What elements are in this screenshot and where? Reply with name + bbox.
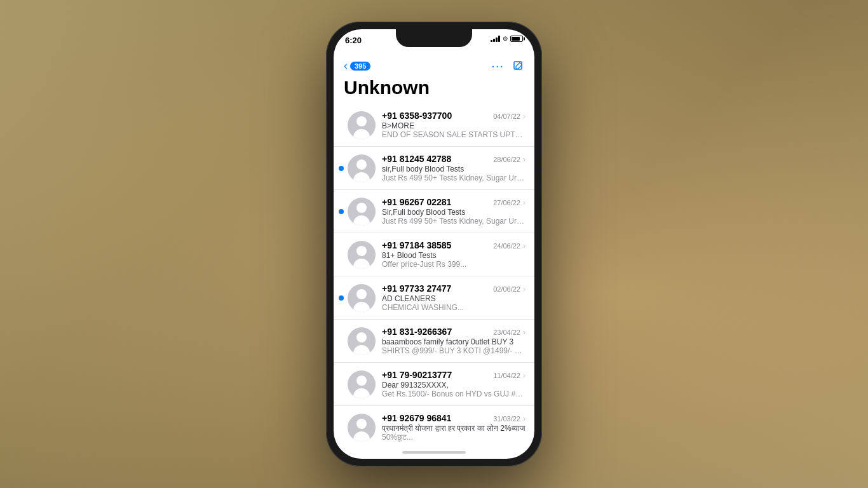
message-content: +91 97733 2747702/06/22›AD CLEANERSCHEMI…	[382, 283, 526, 312]
message-sender: +91 79-90213777	[382, 370, 489, 380]
message-item[interactable]: +91 6358-93770004/07/22›B>MOREEND OF SEA…	[334, 104, 534, 147]
message-sender: +91 92679 96841	[382, 413, 489, 423]
chevron-right-icon: ›	[523, 285, 526, 294]
avatar	[348, 154, 376, 182]
wifi-icon: ⊜	[503, 36, 508, 42]
home-indicator	[334, 446, 534, 459]
avatar	[348, 327, 376, 355]
phone-notch	[396, 29, 472, 47]
message-item[interactable]: +91 97733 2747702/06/22›AD CLEANERSCHEMI…	[334, 276, 534, 320]
avatar	[348, 111, 376, 139]
avatar	[348, 414, 376, 442]
page-title: Unknown	[334, 77, 534, 104]
messages-list[interactable]: +91 6358-93770004/07/22›B>MOREEND OF SEA…	[334, 104, 534, 446]
message-preview-line1: Dear 991325XXXX,	[382, 381, 526, 390]
message-date: 31/03/22	[493, 415, 520, 423]
chevron-right-icon: ›	[523, 155, 526, 164]
avatar	[348, 198, 376, 226]
chevron-right-icon: ›	[523, 414, 526, 423]
message-date: 24/06/22	[493, 242, 520, 250]
svg-rect-0	[514, 62, 522, 69]
message-top-row: +91 81245 4278828/06/22›	[382, 154, 526, 164]
message-date: 11/04/22	[493, 372, 520, 379]
message-content: +91 92679 9684131/03/22›प्रधानमंत्री योज…	[382, 413, 526, 442]
chevron-right-icon: ›	[523, 241, 526, 250]
message-top-row: +91 92679 9684131/03/22›	[382, 413, 526, 423]
message-date: 04/07/22	[493, 112, 520, 120]
message-preview-line2: Offer price-Just Rs 399...	[382, 260, 526, 269]
back-button[interactable]: ‹ 395	[344, 59, 370, 72]
message-preview-line2: Get Rs.1500/- Bonus on HYD vs GUJ #T20..…	[382, 390, 526, 398]
message-preview-line2: END OF SEASON SALE STARTS UPTO...	[382, 130, 526, 139]
message-top-row: +91 831-926636723/04/22›	[382, 327, 526, 337]
message-content: +91 81245 4278828/06/22›sir,Full body Bl…	[382, 154, 526, 182]
message-preview-line2: Just Rs 499 50+ Tests Kidney, Sugar Urin…	[382, 217, 526, 226]
message-sender: +91 96267 02281	[382, 197, 489, 207]
message-preview-line1: AD CLEANERS	[382, 294, 526, 303]
message-preview-line2: SHIRTS @999/- BUY 3 KOTI @1499/- BUY...	[382, 346, 526, 355]
message-top-row: +91 6358-93770004/07/22›	[382, 111, 526, 121]
message-date: 28/06/22	[493, 156, 520, 163]
message-sender: +91 97733 27477	[382, 283, 489, 294]
unread-dot	[339, 166, 344, 171]
message-sender: +91 831-9266367	[382, 327, 489, 337]
message-content: +91 6358-93770004/07/22›B>MOREEND OF SEA…	[382, 111, 526, 139]
message-content: +91 97184 3858524/06/22›81+ Blood TestsO…	[382, 240, 526, 269]
message-content: +91 831-926636723/04/22›baaamboos family…	[382, 327, 526, 355]
message-item[interactable]: +91 81245 4278828/06/22›sir,Full body Bl…	[334, 147, 534, 190]
unread-dot	[339, 295, 344, 301]
message-top-row: +91 79-9021377711/04/22›	[382, 370, 526, 380]
message-preview-line1: 81+ Blood Tests	[382, 251, 526, 260]
phone-screen: 6:20 ⊜ ‹ 395 ···	[334, 29, 534, 459]
message-preview-line2: CHEMICAI WASHING...	[382, 303, 526, 312]
message-item[interactable]: +91 831-926636723/04/22›baaamboos family…	[334, 320, 534, 363]
status-time: 6:20	[345, 36, 362, 45]
avatar	[348, 241, 376, 269]
message-sender: +91 97184 38585	[382, 240, 489, 250]
message-content: +91 79-9021377711/04/22›Dear 991325XXXX,…	[382, 370, 526, 398]
message-item[interactable]: +91 79-9021377711/04/22›Dear 991325XXXX,…	[334, 363, 534, 406]
message-preview-line1: Sir,Full body Blood Tests	[382, 208, 526, 217]
message-content: +91 96267 0228127/06/22›Sir,Full body Bl…	[382, 197, 526, 226]
more-button[interactable]: ···	[491, 58, 504, 73]
message-date: 02/06/22	[493, 285, 520, 293]
unread-dot	[339, 209, 344, 214]
chevron-right-icon: ›	[523, 198, 526, 207]
message-top-row: +91 97733 2747702/06/22›	[382, 283, 526, 294]
signal-icon	[491, 36, 500, 42]
message-preview-line2: 50%छूट...	[382, 433, 526, 442]
back-badge: 395	[350, 62, 370, 71]
avatar	[348, 284, 376, 312]
message-item[interactable]: +91 92679 9684131/03/22›प्रधानमंत्री योज…	[334, 406, 534, 446]
battery-icon	[510, 36, 523, 42]
message-sender: +91 81245 42788	[382, 154, 489, 164]
chevron-right-icon: ›	[523, 112, 526, 121]
compose-button[interactable]	[513, 60, 524, 72]
nav-bar: ‹ 395 ···	[334, 57, 534, 77]
message-preview-line1: प्रधानमंत्री योजना द्वारा हर प्रकार का ल…	[382, 424, 526, 433]
message-preview-line1: B>MORE	[382, 121, 526, 130]
avatar	[348, 370, 376, 398]
status-icons: ⊜	[491, 36, 523, 42]
message-preview-line2: Just Rs 499 50+ Tests Kidney, Sugar Urin…	[382, 173, 526, 182]
message-sender: +91 6358-937700	[382, 111, 489, 121]
message-date: 27/06/22	[493, 199, 520, 207]
message-preview-line1: baaamboos family factory 0utlet BUY 3	[382, 337, 526, 346]
message-preview-line1: sir,Full body Blood Tests	[382, 165, 526, 173]
message-item[interactable]: +91 96267 0228127/06/22›Sir,Full body Bl…	[334, 190, 534, 233]
compose-icon	[513, 60, 524, 72]
message-item[interactable]: +91 97184 3858524/06/22›81+ Blood TestsO…	[334, 233, 534, 276]
chevron-right-icon: ›	[523, 328, 526, 337]
message-top-row: +91 96267 0228127/06/22›	[382, 197, 526, 207]
chevron-right-icon: ›	[523, 371, 526, 380]
nav-actions: ···	[491, 58, 524, 73]
back-chevron-icon: ‹	[344, 59, 348, 72]
message-date: 23/04/22	[493, 329, 520, 336]
message-top-row: +91 97184 3858524/06/22›	[382, 240, 526, 250]
phone-frame: 6:20 ⊜ ‹ 395 ···	[326, 22, 542, 466]
home-bar	[402, 451, 466, 454]
